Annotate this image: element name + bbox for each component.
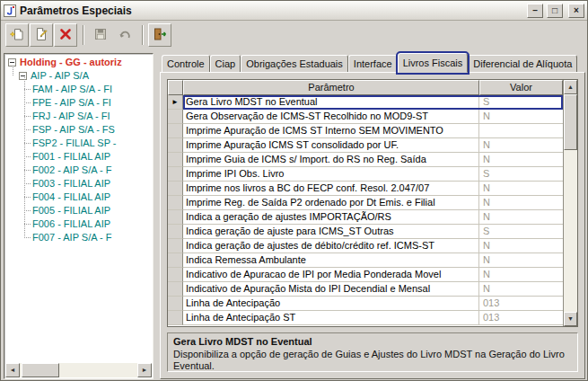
- value-cell[interactable]: N: [479, 196, 563, 210]
- value-cell[interactable]: N: [479, 282, 563, 297]
- grid-row[interactable]: Indica geração de ajuste para ICMS_ST Ou…: [168, 225, 563, 239]
- param-cell[interactable]: Gera Observação de ICMS-ST Recolhido no …: [183, 110, 479, 124]
- tree-item[interactable]: F002 - AIP S/A - F: [5, 164, 152, 177]
- tree-item[interactable]: F003 - FILIAL AIP: [5, 177, 152, 190]
- tree-item-holding[interactable]: Holding - GG - autoriz: [5, 56, 152, 69]
- value-cell[interactable]: N: [479, 268, 563, 282]
- save-button[interactable]: [89, 23, 112, 47]
- param-cell[interactable]: Indica Remessa Ambulante: [183, 253, 479, 268]
- row-selector[interactable]: [168, 138, 183, 153]
- grid-row[interactable]: ► Gera Livro MDST no Eventual S: [168, 95, 563, 110]
- row-selector[interactable]: [168, 253, 183, 268]
- param-cell[interactable]: Imprime Apuração ICMS ST consolidado por…: [183, 138, 479, 153]
- tree-item[interactable]: F004 - FILIAL AIP: [5, 190, 152, 204]
- scroll-down-icon[interactable]: ▼: [564, 312, 577, 326]
- value-cell[interactable]: S: [479, 167, 563, 182]
- grid-row[interactable]: Gera Observação de ICMS-ST Recolhido no …: [168, 110, 563, 124]
- tree-horizontal-scrollbar[interactable]: ◄ ►: [5, 363, 152, 377]
- row-selector[interactable]: [168, 268, 183, 282]
- tree-item-aip[interactable]: AIP - AIP S/A: [5, 69, 152, 83]
- param-cell[interactable]: Imprime Guia de ICMS s/ Import. do RS no…: [183, 153, 479, 167]
- tree-item[interactable]: FPE - AIP S/A - FI: [5, 96, 152, 110]
- param-column-header[interactable]: Parâmetro: [183, 80, 479, 95]
- value-cell[interactable]: N: [479, 153, 563, 167]
- tab-livros-fiscais[interactable]: Livros Fiscais: [398, 53, 469, 73]
- tree-item[interactable]: F007 - AIP S/A - F: [5, 231, 152, 244]
- row-selector[interactable]: [168, 282, 183, 297]
- exit-button[interactable]: [148, 23, 171, 47]
- param-cell[interactable]: Imprime Reg. de Saída P2 ordenado por Dt…: [183, 196, 479, 210]
- grid-row[interactable]: Imprime nos livros a BC do FECP conf. Re…: [168, 182, 563, 196]
- row-selector[interactable]: [168, 311, 183, 325]
- row-selector[interactable]: [168, 153, 183, 167]
- maximize-button[interactable]: □: [547, 4, 563, 18]
- tab-ciap[interactable]: Ciap: [210, 55, 241, 73]
- horizontal-scrollbar-track[interactable]: [20, 363, 137, 377]
- row-selector[interactable]: [168, 196, 183, 210]
- value-cell[interactable]: N: [479, 253, 563, 268]
- value-cell[interactable]: N: [479, 182, 563, 196]
- value-cell[interactable]: S: [479, 95, 563, 110]
- tree-item[interactable]: FRJ - AIP S/A - FI: [5, 110, 152, 123]
- grid-row[interactable]: Indicativo de Apuração Mista do IPI Dece…: [168, 282, 563, 297]
- row-selector[interactable]: [168, 182, 183, 196]
- grid-row[interactable]: Imprime Apuração ICMS ST consolidado por…: [168, 138, 563, 153]
- param-cell[interactable]: Imprime Apuração de ICMS ST Interno SEM …: [183, 124, 479, 138]
- tab-diferencial-de-aliquota[interactable]: Diferencial de Alíquota: [468, 55, 577, 73]
- tree-item[interactable]: F001 - FILIAL AIP: [5, 150, 152, 164]
- scroll-left-icon[interactable]: ◄: [5, 363, 20, 377]
- tree-item[interactable]: FSP2 - FILIAL SP -: [5, 137, 152, 150]
- title-bar[interactable]: Parâmetros Especiais – □ ×: [1, 1, 587, 21]
- tab-interface[interactable]: Interface: [348, 55, 398, 73]
- tree-item[interactable]: F006 - FILIAL AIP: [5, 217, 152, 231]
- row-selector[interactable]: [168, 110, 183, 124]
- value-cell[interactable]: N: [479, 239, 563, 253]
- value-cell[interactable]: 013: [479, 297, 563, 311]
- grid-row[interactable]: Indica geração de ajustes de débito/créd…: [168, 239, 563, 253]
- minimize-button[interactable]: –: [527, 4, 543, 18]
- row-selector[interactable]: [168, 225, 183, 239]
- grid-row[interactable]: Indica a geração de ajustes IMPORTAÇÃO/R…: [168, 210, 563, 225]
- grid-row[interactable]: Linha de Antecipação ST 013: [168, 311, 563, 325]
- tab-controle[interactable]: Controle: [162, 55, 210, 73]
- param-cell[interactable]: Gera Livro MDST no Eventual: [183, 95, 479, 110]
- param-cell[interactable]: Imprime nos livros a BC do FECP conf. Re…: [183, 182, 479, 196]
- param-cell[interactable]: Indicativo de Apuracao de IPI por Media …: [183, 268, 479, 282]
- edit-record-button[interactable]: [30, 23, 53, 47]
- grid-row[interactable]: Imprime Reg. de Saída P2 ordenado por Dt…: [168, 196, 563, 210]
- param-cell[interactable]: Linha de Antecipação ST: [183, 311, 479, 325]
- new-record-button[interactable]: [5, 23, 29, 47]
- param-cell[interactable]: Indica geração de ajustes de débito/créd…: [183, 239, 479, 253]
- value-column-header[interactable]: Valor: [479, 80, 563, 95]
- row-selector[interactable]: [168, 297, 183, 311]
- tab-obrigacoes-estaduais[interactable]: Obrigações Estaduais: [241, 55, 348, 73]
- vertical-scrollbar[interactable]: ▲ ▼: [563, 80, 577, 326]
- grid-row[interactable]: Imprime IPI Obs. Livro S: [168, 167, 563, 182]
- grid-row[interactable]: Indica Remessa Ambulante N: [168, 253, 563, 268]
- scroll-up-icon[interactable]: ▲: [564, 80, 577, 94]
- value-cell[interactable]: 013: [479, 311, 563, 325]
- undo-button[interactable]: [113, 23, 136, 47]
- param-cell[interactable]: Indica geração de ajuste para ICMS_ST Ou…: [183, 225, 479, 239]
- grid-row[interactable]: Imprime Guia de ICMS s/ Import. do RS no…: [168, 153, 563, 167]
- value-cell[interactable]: N: [479, 210, 563, 225]
- row-selector[interactable]: [168, 210, 183, 225]
- row-selector[interactable]: [168, 167, 183, 182]
- grid-row[interactable]: Indicativo de Apuracao de IPI por Media …: [168, 268, 563, 282]
- row-selector[interactable]: [168, 239, 183, 253]
- close-button[interactable]: ×: [568, 4, 584, 18]
- value-cell[interactable]: S: [479, 225, 563, 239]
- window-icon[interactable]: [4, 4, 16, 17]
- collapse-icon[interactable]: [19, 72, 27, 80]
- row-selector[interactable]: [168, 124, 183, 138]
- param-cell[interactable]: Indicativo de Apuração Mista do IPI Dece…: [183, 282, 479, 297]
- scroll-right-icon[interactable]: ►: [137, 363, 152, 377]
- grid-row[interactable]: Linha de Antecipação 013: [168, 297, 563, 311]
- tree-item[interactable]: FAM - AIP S/A - FI: [5, 83, 152, 96]
- tree-item[interactable]: FSP - AIP S/A - FS: [5, 123, 152, 137]
- tree-item[interactable]: F005 - FILIAL AIP: [5, 204, 152, 217]
- value-cell[interactable]: N: [479, 110, 563, 124]
- param-cell[interactable]: Indica a geração de ajustes IMPORTAÇÃO/R…: [183, 210, 479, 225]
- vertical-scrollbar-thumb[interactable]: [564, 94, 577, 150]
- delete-record-button[interactable]: [54, 23, 77, 47]
